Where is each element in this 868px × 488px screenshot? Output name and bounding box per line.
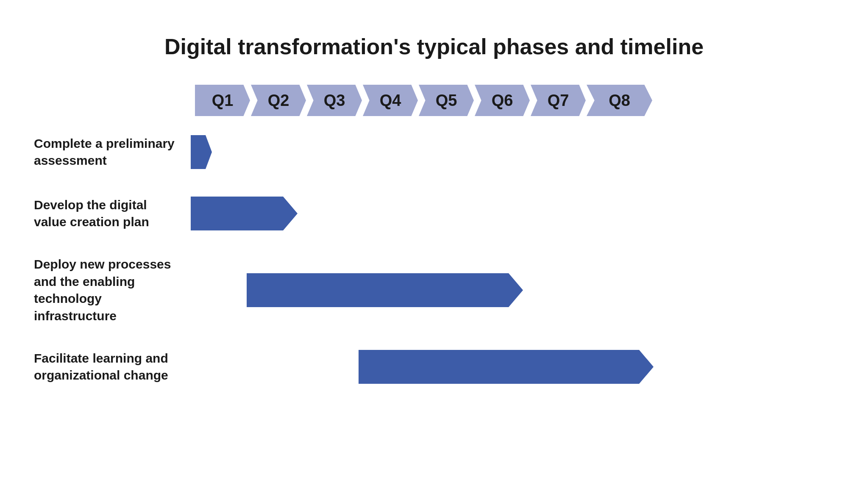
phase4-bar-container (191, 348, 834, 386)
quarter-q2: Q2 (251, 85, 306, 116)
phase4-label: Facilitate learning and organizational c… (34, 350, 191, 384)
phase3-label: Deploy new processes and the enabling te… (34, 256, 191, 324)
quarter-q6: Q6 (475, 85, 530, 116)
quarter-q5: Q5 (419, 85, 474, 116)
phase-row-3: Deploy new processes and the enabling te… (34, 256, 834, 324)
phase3-bar (247, 273, 509, 307)
phase-row-4: Facilitate learning and organizational c… (34, 348, 834, 386)
phase3-bar-container (191, 271, 834, 309)
quarter-q1: Q1 (195, 85, 250, 116)
quarter-q4: Q4 (363, 85, 418, 116)
phase2-label: Develop the digital value creation plan (34, 197, 191, 231)
quarter-q3: Q3 (307, 85, 362, 116)
phase2-bar-container (191, 194, 834, 233)
chart-title: Digital transformation's typical phases … (34, 34, 834, 59)
quarters-row: Q1 Q2 Q3 Q4 Q5 Q6 Q7 Q8 (195, 85, 834, 116)
phase2-bar (191, 197, 283, 230)
phase-row-2: Develop the digital value creation plan (34, 194, 834, 233)
phase4-bar (359, 350, 639, 384)
phase1-bar-container (191, 133, 834, 171)
phase1-label: Complete a preliminary assessment (34, 135, 191, 169)
phase-row-1: Complete a preliminary assessment (34, 133, 834, 171)
quarter-q8: Q8 (587, 85, 652, 116)
slide: Digital transformation's typical phases … (0, 0, 868, 488)
quarter-q7: Q7 (531, 85, 586, 116)
phase1-bar (191, 135, 212, 169)
chart-area: Q1 Q2 Q3 Q4 Q5 Q6 Q7 Q8 Complete a preli… (34, 85, 834, 409)
